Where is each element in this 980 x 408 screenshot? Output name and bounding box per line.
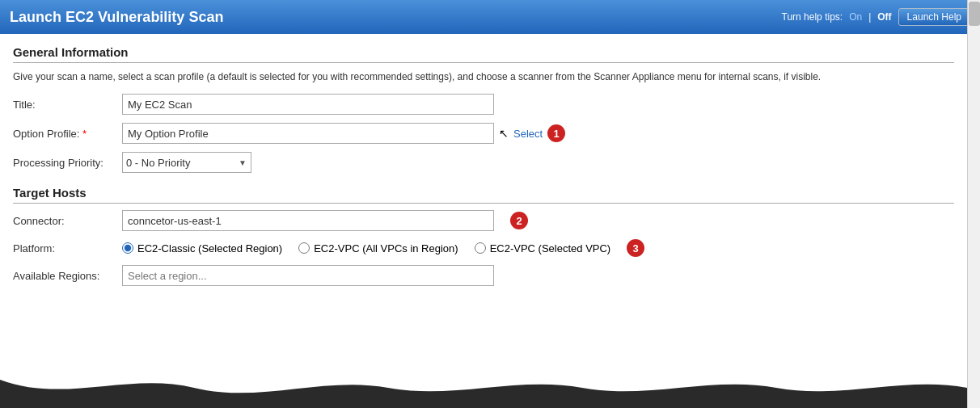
- platform-radio-vpc-all[interactable]: [298, 242, 310, 254]
- badge-3: 3: [627, 239, 644, 257]
- title-label: Title:: [13, 99, 122, 111]
- platform-vpc-all-label: EC2-VPC (All VPCs in Region): [314, 242, 458, 254]
- help-tips-off[interactable]: Off: [877, 11, 891, 23]
- platform-label: Platform:: [13, 242, 122, 254]
- help-tips-label: Turn help tips:: [782, 11, 843, 23]
- target-hosts-section: Target Hosts Connector: 2 Platform: EC2-…: [13, 186, 954, 286]
- platform-option-vpc-selected[interactable]: EC2-VPC (Selected VPC): [475, 242, 611, 254]
- platform-option-classic[interactable]: EC2-Classic (Selected Region): [122, 242, 282, 254]
- priority-dropdown[interactable]: 0 - No Priority 1 2 3: [122, 152, 251, 173]
- available-regions-row: Available Regions:: [13, 265, 954, 286]
- processing-priority-row: Processing Priority: 0 - No Priority 1 2…: [13, 152, 954, 173]
- option-profile-label: Option Profile: *: [13, 128, 122, 140]
- option-profile-group: ↖ Select 1: [122, 123, 565, 144]
- page-title: Launch EC2 Vulnerability Scan: [10, 9, 223, 26]
- priority-dropdown-wrapper: 0 - No Priority 1 2 3 ▼: [122, 152, 251, 173]
- target-hosts-heading: Target Hosts: [13, 186, 954, 204]
- main-content: General Information Give your scan a nam…: [0, 34, 967, 302]
- title-input[interactable]: [122, 94, 494, 115]
- select-link[interactable]: Select: [513, 128, 543, 140]
- platform-radio-group: EC2-Classic (Selected Region) EC2-VPC (A…: [122, 239, 644, 257]
- available-regions-input[interactable]: [122, 265, 494, 286]
- title-row: Title:: [13, 94, 954, 115]
- header-controls: Turn help tips: On | Off Launch Help: [782, 8, 970, 26]
- available-regions-label: Available Regions:: [13, 270, 122, 282]
- platform-radio-classic[interactable]: [122, 242, 133, 254]
- platform-classic-label: EC2-Classic (Selected Region): [137, 242, 282, 254]
- platform-radio-vpc-selected[interactable]: [475, 242, 486, 254]
- badge-2: 2: [510, 212, 528, 229]
- required-marker: *: [82, 128, 87, 140]
- badge-1: 1: [547, 124, 565, 142]
- wave-footer: [0, 372, 967, 408]
- platform-row: Platform: EC2-Classic (Selected Region) …: [13, 239, 954, 257]
- platform-option-vpc-all[interactable]: EC2-VPC (All VPCs in Region): [298, 242, 458, 254]
- option-profile-row: Option Profile: * ↖ Select 1: [13, 123, 954, 144]
- scrollbar-thumb[interactable]: [969, 2, 980, 26]
- page-header: Launch EC2 Vulnerability Scan Turn help …: [0, 0, 980, 34]
- general-information-description: Give your scan a name, select a scan pro…: [13, 69, 954, 84]
- wave-svg: [0, 372, 967, 408]
- processing-priority-label: Processing Priority:: [13, 157, 122, 169]
- help-tips-on[interactable]: On: [849, 11, 862, 23]
- general-information-heading: General Information: [13, 45, 954, 63]
- connector-input[interactable]: [122, 210, 494, 231]
- help-tips-separator: |: [868, 11, 871, 23]
- launch-help-button[interactable]: Launch Help: [898, 8, 970, 26]
- platform-vpc-selected-label: EC2-VPC (Selected VPC): [490, 242, 611, 254]
- cursor-icon: ↖: [499, 127, 509, 140]
- scrollbar[interactable]: [967, 0, 980, 408]
- connector-label: Connector:: [13, 215, 122, 227]
- option-profile-input[interactable]: [122, 123, 494, 144]
- connector-row: Connector: 2: [13, 210, 954, 231]
